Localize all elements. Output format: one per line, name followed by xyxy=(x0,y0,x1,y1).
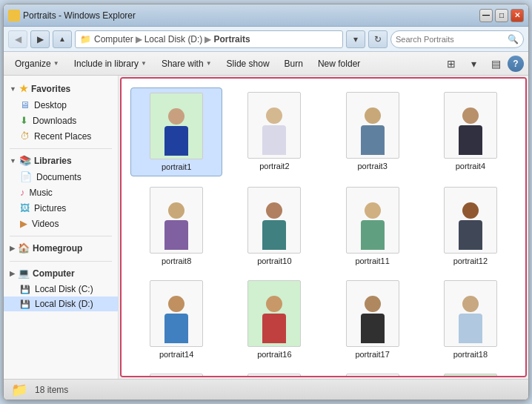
head-10 xyxy=(266,202,282,219)
sidebar-item-d-drive[interactable]: 💾 Local Disk (D:) xyxy=(4,297,118,311)
favorites-star-icon: ★ xyxy=(19,83,28,94)
include-button[interactable]: Include in library ▼ xyxy=(67,55,153,73)
person-figure-19 xyxy=(150,374,202,377)
homegroup-chevron: ▶ xyxy=(10,245,15,252)
file-item-portrait11[interactable]: portrait11 xyxy=(327,182,419,270)
title-bar-left: Portraits - Windows Explorer xyxy=(8,10,136,21)
file-item-portrait19[interactable] xyxy=(130,369,222,377)
head-3 xyxy=(365,107,381,124)
file-item-portrait3[interactable]: portrait3 xyxy=(327,87,419,176)
head-1 xyxy=(168,108,184,125)
portrait11-name: portrait11 xyxy=(355,256,389,265)
main-area: ▼ ★ Favorites 🖥 Desktop ⬇ Downloads ⏱ Re… xyxy=(4,76,528,379)
window-icon xyxy=(8,10,20,21)
file-item-portrait22[interactable] xyxy=(425,369,516,377)
portrait14-name: portrait14 xyxy=(159,350,193,359)
file-item-portrait14[interactable]: portrait14 xyxy=(130,276,222,363)
dropdown-button[interactable]: ▾ xyxy=(346,30,365,48)
favorites-label: Favorites xyxy=(31,84,70,94)
address-path[interactable]: 📁 Computer ▶ Local Disk (D:) ▶ Portraits xyxy=(75,30,343,48)
head-16 xyxy=(266,296,282,312)
pictures-icon: 🖼 xyxy=(20,202,30,213)
view-dropdown-button[interactable]: ▾ xyxy=(463,55,484,73)
videos-label: Videos xyxy=(32,219,59,229)
sidebar-item-c-drive[interactable]: 💾 Local Disk (C:) xyxy=(4,282,118,297)
refresh-button[interactable]: ↻ xyxy=(368,30,388,48)
minimize-button[interactable]: — xyxy=(479,9,493,22)
homegroup-header[interactable]: ▶ 🏠 Homegroup xyxy=(4,239,118,256)
computer-chevron: ▶ xyxy=(10,270,15,277)
path-arrow-2: ▶ xyxy=(205,34,211,44)
file-item-portrait16[interactable]: portrait16 xyxy=(228,276,320,363)
body-18 xyxy=(459,314,482,343)
portrait19-thumb xyxy=(150,374,203,377)
file-item-portrait4[interactable]: portrait4 xyxy=(425,87,516,176)
preview-pane-button[interactable]: ▤ xyxy=(485,55,506,73)
share-button[interactable]: Share with ▼ xyxy=(155,55,219,73)
computer-section: ▶ 💻 Computer 💾 Local Disk (C:) 💾 Local D… xyxy=(4,265,118,311)
search-input[interactable] xyxy=(396,35,505,44)
back-button[interactable]: ◀ xyxy=(8,30,27,48)
portrait20-thumb xyxy=(247,374,301,377)
portrait8-name: portrait8 xyxy=(162,256,191,265)
head-17 xyxy=(365,296,381,312)
forward-button[interactable]: ▶ xyxy=(30,30,50,48)
libraries-section: ▼ 📚 Libraries 📄 Documents ♪ Music 🖼 Pict… xyxy=(4,152,118,231)
include-arrow: ▼ xyxy=(141,60,147,67)
body-8 xyxy=(164,220,188,250)
file-item-portrait8[interactable]: portrait8 xyxy=(130,182,222,270)
d-drive-label: Local Disk (D:) xyxy=(35,299,93,309)
person-figure-21 xyxy=(347,374,399,377)
libraries-label: Libraries xyxy=(34,156,72,166)
libraries-header[interactable]: ▼ 📚 Libraries xyxy=(4,152,118,169)
person-figure-10 xyxy=(248,188,300,253)
body-1 xyxy=(164,126,188,156)
file-item-portrait20[interactable] xyxy=(228,369,320,377)
sidebar-item-desktop[interactable]: 🖥 Desktop xyxy=(4,97,118,113)
sidebar-separator-1 xyxy=(10,148,112,149)
up-button[interactable]: ▲ xyxy=(53,30,72,48)
favorites-header[interactable]: ▼ ★ Favorites xyxy=(4,80,118,97)
person-figure-4 xyxy=(445,93,496,158)
sidebar-item-recent[interactable]: ⏱ Recent Places xyxy=(4,128,118,144)
view-toggle-button[interactable]: ⊞ xyxy=(441,55,462,73)
status-bar: 📁 18 items xyxy=(4,379,528,400)
body-4 xyxy=(459,125,482,155)
sidebar-item-downloads[interactable]: ⬇ Downloads xyxy=(4,113,118,128)
file-grid-container: portrait1 portrait2 xyxy=(120,77,527,377)
computer-header[interactable]: ▶ 💻 Computer xyxy=(4,265,118,282)
portrait3-name: portrait3 xyxy=(357,162,387,170)
sidebar-item-pictures[interactable]: 🖼 Pictures xyxy=(4,200,118,216)
file-item-portrait17[interactable]: portrait17 xyxy=(327,276,419,363)
status-folder-icon: 📁 xyxy=(11,382,27,398)
maximize-button[interactable]: □ xyxy=(495,9,508,22)
homegroup-icon: 🏠 xyxy=(18,242,30,254)
file-item-portrait2[interactable]: portrait2 xyxy=(228,87,320,176)
slideshow-button[interactable]: Slide show xyxy=(220,55,276,73)
help-button[interactable]: ? xyxy=(508,56,524,72)
path-arrow-1: ▶ xyxy=(136,34,142,44)
person-figure-12 xyxy=(445,188,496,253)
file-item-portrait1[interactable]: portrait1 xyxy=(130,87,222,176)
search-box[interactable]: 🔍 xyxy=(390,30,524,48)
body-3 xyxy=(361,125,385,155)
path-localdisk: Local Disk (D:) xyxy=(144,34,203,44)
new-folder-button[interactable]: New folder xyxy=(311,55,367,73)
portrait18-thumb xyxy=(444,280,497,347)
file-item-portrait21[interactable] xyxy=(327,369,419,377)
portrait18-name: portrait18 xyxy=(453,350,488,359)
sidebar-item-music[interactable]: ♪ Music xyxy=(4,185,118,200)
file-item-portrait12[interactable]: portrait12 xyxy=(425,182,516,270)
organize-button[interactable]: Organize ▼ xyxy=(8,55,66,73)
file-item-portrait10[interactable]: portrait10 xyxy=(228,182,320,270)
favorites-chevron: ▼ xyxy=(10,85,16,93)
sidebar-item-videos[interactable]: ▶ Videos xyxy=(4,216,118,231)
file-item-portrait18[interactable]: portrait18 xyxy=(425,276,516,363)
sidebar-item-documents[interactable]: 📄 Documents xyxy=(4,169,118,185)
body-16 xyxy=(262,314,286,343)
file-area: portrait1 portrait2 xyxy=(119,76,528,379)
computer-icon: 💻 xyxy=(18,268,30,279)
burn-button[interactable]: Burn xyxy=(278,55,310,73)
close-button[interactable]: ✕ xyxy=(511,9,524,22)
portrait14-thumb xyxy=(150,280,203,347)
